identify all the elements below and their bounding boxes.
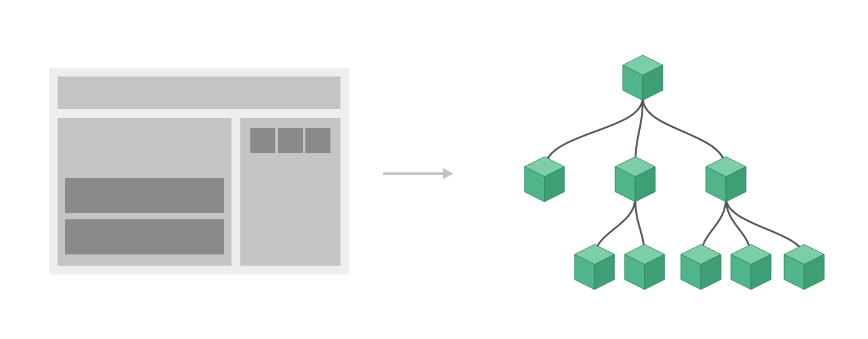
wireframe-header bbox=[58, 76, 340, 109]
wireframe-container bbox=[49, 68, 349, 274]
tree-edges bbox=[544, 98, 804, 257]
tree-node bbox=[681, 244, 721, 289]
tree-node bbox=[625, 244, 665, 289]
diagram-canvas bbox=[0, 0, 868, 339]
wireframe-content-bar bbox=[65, 219, 224, 254]
tree-node bbox=[524, 157, 564, 202]
wireframe-sidebar bbox=[240, 118, 340, 266]
tree-node-root bbox=[623, 55, 663, 100]
wireframe-main bbox=[58, 118, 232, 266]
tree-node bbox=[706, 157, 746, 202]
wireframe-thumb bbox=[305, 128, 330, 153]
tree-diagram bbox=[476, 38, 857, 313]
tree-node bbox=[731, 244, 771, 289]
wireframe-content-bar bbox=[65, 178, 224, 213]
wireframe-thumb bbox=[250, 128, 275, 153]
tree-node bbox=[574, 244, 615, 289]
tree-node bbox=[615, 157, 655, 202]
tree-node bbox=[784, 244, 824, 289]
wireframe-thumb bbox=[278, 128, 303, 153]
arrow-right-icon bbox=[383, 172, 452, 175]
